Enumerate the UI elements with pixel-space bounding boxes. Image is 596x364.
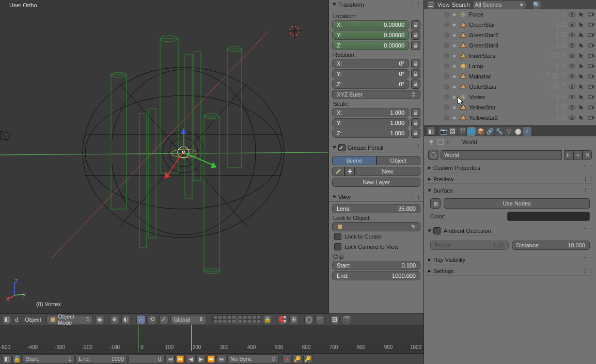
preview-header[interactable]: ▸Preview⋮⋮ (426, 175, 594, 184)
lock-layers[interactable]: 🔒 (263, 315, 272, 324)
tab-data[interactable]: ▽ (504, 127, 513, 136)
outliner[interactable]: ☰ View Search All Scenes▾ 🔍 Force|GreenS… (424, 0, 596, 125)
surface-header[interactable]: ▾Surface⋮⋮ (426, 186, 594, 195)
editor-type-icon[interactable]: ◧ (426, 126, 435, 136)
play-icon[interactable]: ▶ (196, 354, 206, 363)
jump-end-icon[interactable]: ⏭ (217, 354, 226, 363)
proportional-falloff[interactable]: ◠ (316, 315, 325, 324)
eye-icon[interactable] (569, 104, 575, 110)
gizmo-translate[interactable]: ↔ (136, 315, 146, 324)
breadcrumb-world[interactable]: World (462, 139, 477, 145)
outliner-item-yellowstar2[interactable]: Yellowstar2| (424, 113, 596, 123)
object-name[interactable]: GreenStar2 (469, 32, 555, 38)
eye-icon[interactable] (569, 22, 575, 28)
lock-scale-y[interactable] (411, 118, 420, 128)
grip-icon[interactable]: ⋮⋮ (583, 176, 594, 182)
cursor-select-icon[interactable] (578, 94, 585, 100)
scale-y[interactable]: Y:1.000 (332, 118, 409, 128)
tab-scene[interactable]: 🎬 (458, 127, 466, 136)
lock-location-y[interactable] (411, 30, 420, 40)
render-icon[interactable] (588, 104, 594, 110)
grip-icon[interactable]: ⋮⋮ (410, 194, 421, 200)
gizmo-scale[interactable]: ⤢ (159, 315, 168, 324)
grip-icon[interactable]: ⋮⋮ (410, 144, 421, 151)
expand-icon[interactable] (444, 11, 450, 18)
play-reverse-icon[interactable]: ◀ (186, 354, 195, 363)
expand-icon[interactable] (444, 115, 450, 121)
outliner-item-outerstars[interactable]: OuterStars| (424, 82, 596, 92)
gp-new-button[interactable]: New (355, 167, 420, 176)
render-icon[interactable] (588, 42, 594, 49)
cursor-select-icon[interactable] (578, 53, 585, 59)
expand-icon[interactable] (444, 73, 450, 80)
lock-rotation-x[interactable] (411, 59, 420, 68)
properties-editor[interactable]: ◧ 📷 🖼 🎬 🌐 📦 🔗 🔧 ▽ ⬤ ✓ ▸ World World F + … (424, 125, 596, 364)
sync-dropdown[interactable]: No Sync⇕ (227, 354, 279, 363)
timeline-lock[interactable]: 🔒 (12, 354, 22, 363)
object-name[interactable]: Force (469, 11, 561, 18)
cursor-select-icon[interactable] (578, 11, 585, 18)
expand-icon[interactable] (444, 22, 450, 28)
lock-rotation-z[interactable] (411, 80, 420, 89)
editor-type-icon[interactable]: ◧ (2, 354, 11, 363)
cursor-select-icon[interactable] (578, 84, 585, 90)
eye-icon[interactable] (569, 63, 575, 69)
tab-modifiers[interactable]: 🔧 (495, 127, 504, 136)
autokey-record-icon[interactable]: ● (283, 354, 292, 363)
search-icon[interactable]: 🔍 (532, 0, 541, 9)
node-tree-icon[interactable]: ⊞ (430, 198, 441, 209)
render-icon[interactable] (588, 73, 594, 80)
object-name[interactable]: Vortex (469, 94, 555, 100)
custom-properties-header[interactable]: ▸Custom Properties⋮⋮ (426, 163, 594, 172)
world-name-input[interactable]: World (441, 150, 562, 160)
cursor-select-icon[interactable] (578, 115, 585, 121)
snap-toggle[interactable]: 🧲 (278, 315, 287, 324)
outliner-item-mainstar[interactable]: Mainstar| (424, 71, 596, 82)
grip-icon[interactable]: ⋮⋮ (410, 1, 421, 8)
pin-icon[interactable] (428, 139, 434, 145)
eye-icon[interactable] (569, 53, 575, 59)
object-name[interactable]: Lamp (469, 63, 555, 69)
lock-camera-checkbox[interactable]: Lock Camera to View (332, 242, 420, 252)
lock-rotation-y[interactable] (411, 69, 420, 78)
menu-object[interactable]: Object (22, 316, 44, 323)
gp-add-button[interactable]: ✚ (344, 167, 355, 176)
object-name[interactable]: OuterStars (469, 84, 546, 90)
eye-icon[interactable] (569, 94, 575, 100)
tab-render-layers[interactable]: 🖼 (448, 127, 457, 136)
scale-x[interactable]: X:1.000 (332, 108, 409, 117)
expand-icon[interactable] (444, 63, 450, 69)
next-keyframe-icon[interactable]: ⏩ (207, 354, 216, 363)
timeline-editor[interactable]: -500-400-300-200-10001002003004005006007… (0, 325, 424, 353)
expand-icon[interactable] (444, 42, 450, 49)
object-name[interactable]: InnerStars (469, 53, 546, 59)
object-name[interactable]: GreenStar (469, 22, 555, 28)
render-icon[interactable] (588, 115, 594, 121)
cursor-select-icon[interactable] (578, 104, 585, 110)
clip-end[interactable]: End:1000.000 (332, 271, 420, 280)
outliner-item-lamp[interactable]: Lamp| (424, 61, 596, 71)
gp-object-button[interactable]: Object (377, 156, 421, 165)
render-icon[interactable] (588, 22, 594, 28)
timeline-ruler[interactable]: -500-400-300-200-10001002003004005006007… (0, 325, 424, 351)
properties-region[interactable]: Transform ⋮⋮ Location: X:0.00000 Y:0.000… (328, 0, 424, 313)
ray-visibility-header[interactable]: ▸Ray Visibility⋮⋮ (426, 255, 594, 264)
rotation-x[interactable]: X:0° (332, 59, 409, 68)
rotation-mode-dropdown[interactable]: XYZ Euler⇕ (332, 90, 420, 99)
gizmo-rotate[interactable]: ⟲ (148, 315, 157, 324)
location-y[interactable]: Y:0.00000 (332, 30, 409, 40)
location-z[interactable]: Z:0.00000 (332, 41, 409, 50)
proportional-toggle[interactable]: ◯ (304, 315, 313, 324)
cursor-select-icon[interactable] (578, 73, 585, 80)
lock-location-x[interactable] (411, 20, 420, 29)
gp-new-layer-button[interactable]: New Layer (332, 178, 420, 187)
object-name[interactable]: Yellowstar2 (469, 115, 555, 121)
object-name[interactable]: YellowStar (469, 104, 555, 110)
rotation-y[interactable]: Y:0° (332, 69, 409, 78)
keying-set-icon[interactable]: 🔑 (303, 354, 312, 363)
transform-panel-header[interactable]: Transform ⋮⋮ (329, 0, 424, 9)
lock-scale-x[interactable] (411, 108, 420, 117)
eye-icon[interactable] (569, 42, 575, 49)
grip-icon[interactable]: ⋮⋮ (583, 164, 594, 171)
grip-icon[interactable]: ⋮⋮ (583, 256, 594, 263)
